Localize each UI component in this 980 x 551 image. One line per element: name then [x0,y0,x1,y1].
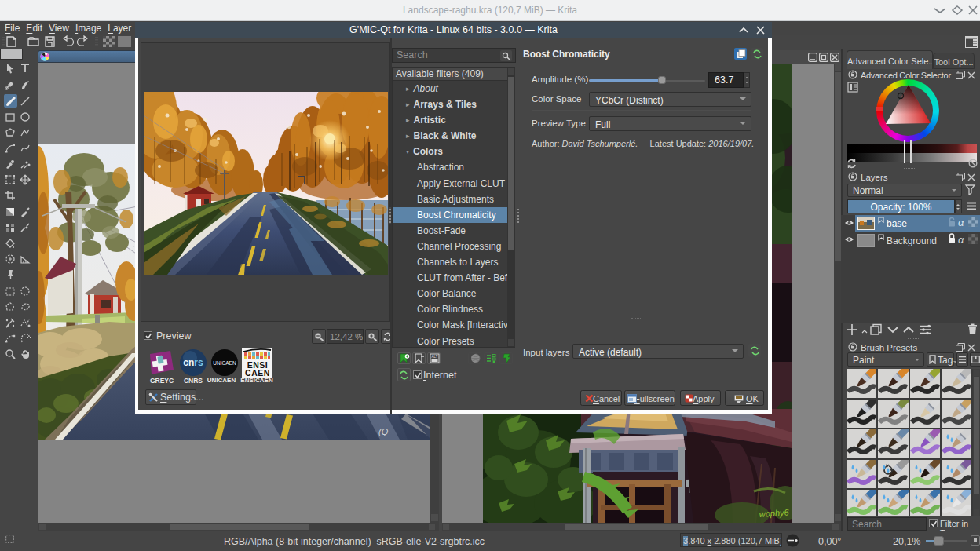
svg-text:(Q: (Q [378,427,389,436]
svg-text:cnrs: cnrs [183,357,203,368]
svg-text:ALT: ALT [432,355,438,359]
svg-text:UNICAEN: UNICAEN [213,360,236,366]
